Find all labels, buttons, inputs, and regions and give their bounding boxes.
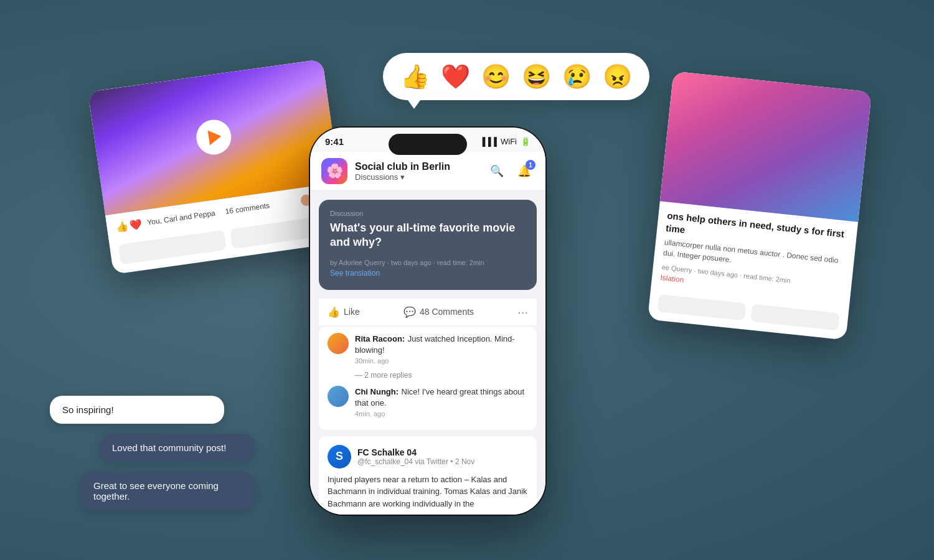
post-actions: 👍 Like 💬 48 Comments ··· bbox=[319, 299, 537, 325]
chevron-down-icon: ▾ bbox=[400, 172, 405, 182]
wifi-icon: WiFi bbox=[501, 137, 517, 146]
right-phone: ons help others in need, study s for fir… bbox=[648, 71, 872, 340]
signal-icon: ▐▐▐ bbox=[479, 137, 497, 146]
more-options-button[interactable]: ··· bbox=[517, 305, 528, 319]
left-phone: 👍 ❤️ You, Carl and Peppa 16 comments bbox=[88, 59, 347, 274]
header-icons: 🔍 🔔 1 bbox=[487, 161, 534, 181]
post-source-row: S FC Schalke 04 @fc_schalke_04 via Twitt… bbox=[328, 445, 528, 469]
avatar-chi bbox=[328, 386, 349, 407]
angry-icon[interactable]: 😠 bbox=[603, 63, 632, 90]
comment-author-chi: Chi Nungh: bbox=[355, 387, 399, 396]
reaction-bubble[interactable]: 👍 ❤️ 😊 😆 😢 😠 bbox=[383, 53, 649, 100]
battery-icon: 🔋 bbox=[521, 137, 531, 146]
status-bar: 9:41 ▐▐▐ WiFi 🔋 bbox=[310, 128, 545, 152]
comments-section: Rita Racoon: Just watched Inception. Min… bbox=[319, 327, 537, 430]
cyclist-background bbox=[660, 71, 872, 222]
comment-time-rita: 30min. ago bbox=[355, 357, 528, 365]
comment-row-chi: Chi Nungh: Nice! I've heard great things… bbox=[328, 386, 528, 418]
second-post-card[interactable]: S FC Schalke 04 @fc_schalke_04 via Twitt… bbox=[319, 436, 537, 515]
discussion-label: Discussion bbox=[330, 210, 526, 217]
reactions-text: You, Carl and Peppa bbox=[146, 208, 220, 226]
notification-button[interactable]: 🔔 1 bbox=[514, 161, 534, 181]
chat-area: So inspiring! Loved that community post!… bbox=[50, 396, 255, 510]
laugh-icon[interactable]: 😆 bbox=[522, 63, 551, 90]
center-phone: 9:41 ▐▐▐ WiFi 🔋 🌸 Social club in Berlin … bbox=[310, 128, 545, 515]
notif-badge: 1 bbox=[526, 160, 535, 170]
post-source-info: FC Schalke 04 @fc_schalke_04 via Twitter… bbox=[357, 447, 528, 466]
comment-author-rita: Rita Racoon: bbox=[355, 334, 405, 343]
post-body-text: Injured players near a return to action … bbox=[328, 474, 528, 510]
scene: 👍 ❤️ 😊 😆 😢 😠 👍 ❤️ You, Carl and Peppa 16… bbox=[0, 0, 934, 560]
comment-icon: 💬 bbox=[403, 306, 416, 318]
more-replies[interactable]: 2 more replies bbox=[355, 371, 528, 380]
comment-body-rita: Rita Racoon: Just watched Inception. Min… bbox=[355, 333, 528, 365]
comments-count-label: 48 Comments bbox=[420, 307, 474, 317]
status-time: 9:41 bbox=[325, 136, 344, 147]
comment-row-rita: Rita Racoon: Just watched Inception. Min… bbox=[328, 333, 528, 365]
thumbs-up-icon[interactable]: 👍 bbox=[400, 63, 430, 90]
post-source-handle: @fc_schalke_04 via Twitter • 2 Nov bbox=[357, 457, 528, 466]
search-button[interactable]: 🔍 bbox=[487, 161, 507, 181]
heart-reaction: ❤️ bbox=[129, 217, 143, 231]
smile-icon[interactable]: 😊 bbox=[481, 63, 511, 90]
post-source-avatar: S bbox=[328, 445, 351, 469]
chat-bubble-great: Great to see everyone coming together. bbox=[81, 472, 255, 510]
group-emoji: 🌸 bbox=[326, 163, 343, 179]
group-info: Social club in Berlin Discussions ▾ bbox=[355, 161, 479, 182]
discussion-meta: by Adorlee Querry · two days ago · read … bbox=[330, 259, 526, 266]
comment-time-chi: 4min. ago bbox=[355, 410, 528, 418]
chat-text-great: Great to see everyone coming together. bbox=[93, 480, 219, 502]
chat-text-loved: Loved that community post! bbox=[112, 442, 226, 453]
group-avatar: 🌸 bbox=[321, 158, 347, 184]
status-icons: ▐▐▐ WiFi 🔋 bbox=[479, 137, 531, 146]
comment-body-chi: Chi Nungh: Nice! I've heard great things… bbox=[355, 386, 528, 418]
discussion-card[interactable]: Discussion What's your all-time favorite… bbox=[319, 200, 537, 290]
app-header: 🌸 Social club in Berlin Discussions ▾ 🔍 … bbox=[310, 152, 545, 191]
reaction-small: 👍 ❤️ bbox=[115, 217, 143, 233]
sad-icon[interactable]: 😢 bbox=[562, 63, 592, 90]
right-action-pill-2 bbox=[750, 304, 839, 330]
right-action-pill-1 bbox=[657, 294, 746, 320]
chat-text-inspiring: So inspiring! bbox=[62, 404, 114, 415]
like-button[interactable]: 👍 Like bbox=[328, 306, 360, 318]
chat-bubble-inspiring: So inspiring! bbox=[50, 396, 224, 424]
like-icon: 👍 bbox=[328, 306, 340, 318]
right-phone-image bbox=[660, 71, 872, 222]
like-label: Like bbox=[344, 307, 360, 317]
see-translation-link[interactable]: See translation bbox=[330, 269, 526, 278]
post-source-name: FC Schalke 04 bbox=[357, 447, 528, 457]
comments-button[interactable]: 💬 48 Comments bbox=[403, 306, 474, 318]
play-triangle-icon bbox=[208, 129, 222, 146]
heart-icon[interactable]: ❤️ bbox=[441, 63, 470, 90]
phone-notch bbox=[389, 134, 467, 155]
thumb-reaction: 👍 bbox=[115, 220, 129, 233]
group-name: Social club in Berlin bbox=[355, 161, 479, 172]
discussion-title: What's your all-time favorite movie and … bbox=[330, 221, 526, 250]
chat-bubble-loved: Loved that community post! bbox=[100, 434, 255, 462]
comments-count: 16 comments bbox=[225, 197, 299, 216]
play-button[interactable] bbox=[194, 118, 234, 157]
avatar-rita bbox=[328, 333, 349, 354]
phone-content: Discussion What's your all-time favorite… bbox=[310, 191, 545, 515]
group-sub: Discussions ▾ bbox=[355, 172, 479, 182]
